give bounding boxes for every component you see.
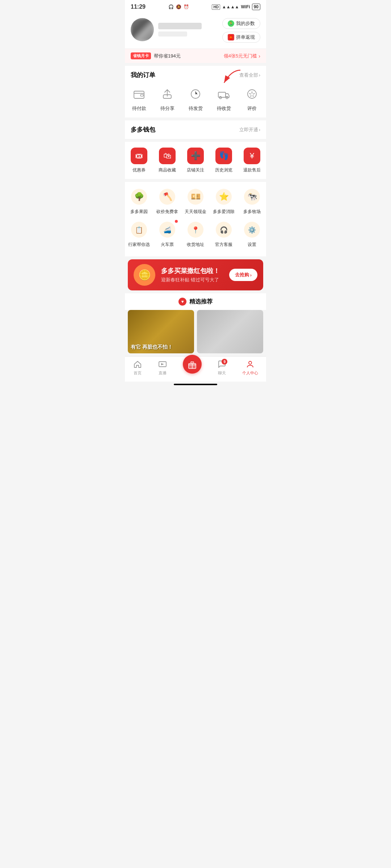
svg-text:🐄: 🐄 [247,192,257,201]
promo-action: 领4张5元无门槛 [224,53,257,59]
follow-store-icon: ➕ [187,148,204,164]
mini-item-settings[interactable]: ⚙️ 设置 [238,221,266,248]
service-item-history[interactable]: 👣 历史浏览 [210,148,238,173]
settings-icon: ⚙️ [243,221,261,239]
mini-item-expert[interactable]: 📋 行家帮你选 [125,221,153,248]
profile-info [158,23,202,37]
svg-point-7 [226,97,228,99]
nav-item-home[interactable]: 首页 [133,359,142,376]
mini-item-bargain[interactable]: 🪓 砍价免费拿 [153,188,181,215]
mini-item-support[interactable]: 🎧 官方客服 [210,221,238,248]
orders-header: 我的订单 查看全部 › [125,66,266,83]
home-label: 首页 [134,370,142,376]
daily-cash-label: 天天领现金 [185,209,206,215]
home-indicator [174,384,217,385]
truck-icon [217,88,230,101]
support-icon: 🎧 [215,221,233,239]
promo-card-icon: 🪙 [134,264,155,286]
product-card-right[interactable] [197,310,263,353]
nav-item-chat[interactable]: 9 聊天 [217,359,227,376]
order-item-pending-ship[interactable]: 待发货 [187,86,204,112]
promo-card-btn-label: 去抢购 [235,272,249,278]
mini-item-daily-cash[interactable]: 💴 天天领现金 [181,188,210,215]
star-icon [245,88,258,101]
status-bar: 11:29 🎧 🔕 ⏰ HD ▲▲▲▲ WiFi 90 [125,0,266,12]
view-all-orders[interactable]: 查看全部 › [239,72,260,78]
chat-label: 聊天 [218,370,226,376]
promo-card-action-btn[interactable]: 去抢购 › [229,269,257,281]
expert-icon: 📋 [130,221,148,239]
settings-label: 设置 [248,242,256,248]
train-label: 火车票 [161,242,174,248]
recommend-heart-icon: ♥ [178,298,186,306]
hd-label: HD [212,4,220,10]
promo-card[interactable]: 🪙 多多买菜撒红包啦！ 迎新春狂补贴 错过可亏大了 去抢购 › [128,259,263,290]
steps-button[interactable]: 🏃 我的步数 [222,18,260,29]
svg-rect-5 [218,92,226,97]
order-item-review[interactable]: 评价 [244,86,260,112]
mini-row-1: 🌳 多多果园 🪓 砍价免费拿 💴 天天领现金 [125,188,266,215]
wallet-section: 多多钱包 立即开通 › [125,120,266,139]
cashback-label: 拼单返现 [236,34,255,41]
svg-text:⚙️: ⚙️ [248,226,256,234]
expert-label: 行家帮你选 [128,242,150,248]
status-icons: 🎧 🔕 ⏰ [168,4,189,9]
promo-card-subtitle: 迎新春狂补贴 错过可亏大了 [161,277,220,283]
home-icon [133,359,142,369]
coupon-icon: 🎟 [131,148,147,164]
pending-share-icon-wrap [159,86,176,102]
ranch-label: 多多牧场 [243,209,261,215]
service-item-refund[interactable]: ¥ 退款售后 [238,148,266,173]
service-item-follow-store[interactable]: ➕ 店铺关注 [181,148,210,173]
promo-card-btn-chevron: › [250,272,252,278]
service-item-favorite[interactable]: 🛍 商品收藏 [153,148,181,173]
services-grid: 🎟 优惠券 🛍 商品收藏 ➕ 店铺关注 👣 历史浏览 ¥ 退款售后 [125,142,266,179]
profile-left [131,18,202,41]
wallet-action-label: 立即开通 [239,127,258,133]
mini-item-match[interactable]: ⭐ 多多爱消除 [210,188,238,215]
wallet-title: 多多钱包 [131,125,155,134]
nav-item-live[interactable]: 直播 [158,359,167,376]
promo-chevron: › [258,53,260,59]
service-item-coupon[interactable]: 🎟 优惠券 [125,148,153,173]
nav-item-profile[interactable]: 个人中心 [242,359,258,376]
mini-item-train[interactable]: 🚄 火车票 [153,221,181,248]
svg-point-6 [219,97,222,99]
history-label: 历史浏览 [215,167,232,173]
view-all-chevron: › [259,72,260,78]
svg-point-31 [249,361,252,364]
review-icon-wrap [244,86,260,102]
mini-apps-section: 🌳 多多果园 🪓 砍价免费拿 💴 天天领现金 [125,182,266,256]
svg-text:📍: 📍 [192,226,200,234]
cashback-button[interactable]: 🧧 拼单返现 [222,32,260,43]
order-item-pending-share[interactable]: 待分享 [159,86,176,112]
nav-item-center[interactable] [183,362,202,374]
mute-icon: 🔕 [176,4,181,9]
mini-item-orchard[interactable]: 🌳 多多果园 [125,188,153,215]
product-text-left: 有它 再脏也不怕！ [131,344,173,350]
mini-item-address[interactable]: 📍 收货地址 [181,221,210,248]
status-right: HD ▲▲▲▲ WiFi 90 [212,4,260,10]
orders-section: 我的订单 查看全部 › [125,66,266,118]
recommend-title: 精选推荐 [189,298,213,306]
center-button[interactable] [183,355,202,374]
order-item-pending-pay[interactable]: 待付款 [131,86,147,112]
order-icons-grid: 待付款 待分享 待发货 [125,83,266,118]
promo-banner[interactable]: 省钱月卡 帮你省194元 领4张5元无门槛 › [125,48,266,63]
svg-text:🎧: 🎧 [220,226,228,234]
refund-label: 退款售后 [243,167,261,173]
pending-pay-label: 待付款 [132,105,146,112]
order-item-pending-receive[interactable]: 待收货 [215,86,232,112]
avatar[interactable] [131,18,154,41]
profile-sub-blur [158,31,187,37]
promo-description: 帮你省194元 [154,53,181,59]
profile-right: 🏃 我的步数 🧧 拼单返现 [222,18,260,43]
wallet-open-link[interactable]: 立即开通 › [239,127,260,133]
clock-icon [189,88,202,101]
product-card-left[interactable]: 有它 再脏也不怕！ [128,310,194,353]
promo-tag: 省钱月卡 [131,52,151,59]
bottom-nav: 首页 直播 9 聊天 [125,356,266,382]
mini-item-ranch[interactable]: 🐄 多多牧场 [238,188,266,215]
svg-text:⭐: ⭐ [219,192,229,201]
wallet-chevron: › [259,127,260,132]
